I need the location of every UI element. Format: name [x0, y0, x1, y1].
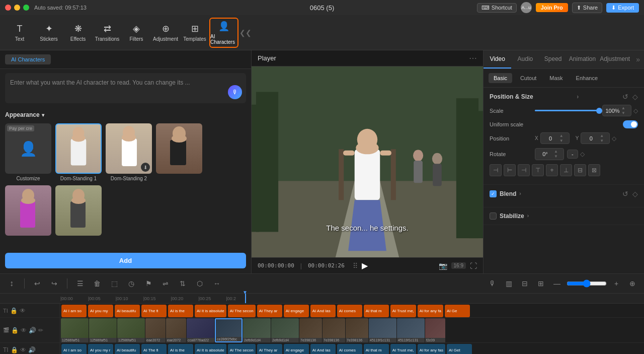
export-button[interactable]: ⬇ Export [606, 3, 639, 13]
video-thumb-11[interactable]: 7e398136 [323, 318, 345, 342]
video-thumb-2[interactable]: 12586faf51 [89, 318, 117, 342]
audio-item-7[interactable]: AI The secon [228, 344, 256, 354]
video-thumb-14[interactable]: 45119f1c131 [397, 318, 425, 342]
video-thumb-3[interactable]: 12586faf51 [117, 318, 145, 342]
zoom-out-icon[interactable]: — [550, 277, 564, 290]
audio-eye-icon2[interactable]: 👁 [20, 346, 26, 353]
timeline-zoom-slider[interactable] [567, 279, 607, 288]
track-item-text-10[interactable]: AI And las [310, 305, 336, 317]
timeline-cursor[interactable] [245, 294, 246, 303]
crop-tool[interactable]: ⬚ [108, 277, 121, 290]
character-item-dom1[interactable]: Dom-Standing 1 [55, 123, 102, 181]
track-item-text-5[interactable]: AI is the [168, 305, 193, 317]
audio-item-8[interactable]: AI They ar [257, 344, 282, 354]
scale-thumb[interactable] [596, 108, 602, 114]
avatar[interactable]: A...u [521, 2, 532, 13]
audio-item-9[interactable]: AI engage [284, 344, 309, 354]
flip-h-tool[interactable]: ⇌ [159, 277, 172, 290]
ai-mic-button[interactable]: 🎙 [228, 85, 242, 99]
scale-keyframe-icon[interactable]: ◇ [633, 107, 638, 114]
toolbar-expand-button[interactable]: ❮❮ [239, 29, 252, 37]
video-lock-icon[interactable]: 🔒 [11, 327, 19, 334]
track-item-text-11[interactable]: AI comes [337, 305, 362, 317]
toolbar-item-stickers[interactable]: ✦ Stickers [34, 18, 63, 48]
stabilize-checkbox[interactable] [490, 213, 497, 220]
blend-checkbox[interactable]: ✓ [490, 190, 497, 197]
position-size-title[interactable]: Position & Size [490, 93, 533, 100]
text-eye-icon[interactable]: 👁 [20, 307, 26, 314]
track-item-text-13[interactable]: AI Trust me, [390, 305, 416, 317]
transform-tool[interactable]: ⬡ [193, 277, 206, 290]
tab-video[interactable]: Video [484, 50, 511, 68]
redo-button[interactable]: ↪ [48, 277, 61, 290]
delete-tool[interactable]: 🗑 [91, 277, 104, 290]
align-right-icon[interactable]: ⊣ [518, 164, 530, 176]
scale-value-input[interactable]: ▲ ▼ [602, 105, 631, 116]
subtab-cutout[interactable]: Cutout [515, 73, 541, 83]
scale-down-icon[interactable]: ▼ [621, 111, 625, 116]
video-edit-icon[interactable]: ✏ [38, 327, 43, 334]
audio-item-5[interactable]: AI is the [168, 344, 193, 354]
audio-lock-icon[interactable]: 🔒 [11, 346, 18, 353]
audio-item-4[interactable]: AI The fi [141, 344, 167, 354]
fullscreen-icon[interactable]: ⛶ [470, 262, 477, 270]
video-thumb-9[interactable]: 2efb9d1d4 [271, 318, 299, 342]
tab-audio[interactable]: Audio [511, 50, 539, 68]
distribute-h-icon[interactable]: ⊟ [574, 164, 586, 176]
subtab-basic[interactable]: Basic [489, 73, 512, 83]
scale-input-field[interactable] [604, 108, 621, 114]
appearance-header[interactable]: Appearance ▾ [0, 107, 251, 120]
play-button[interactable]: ▶ [362, 261, 368, 270]
player-menu-icon[interactable]: ⋯ [469, 53, 477, 63]
track-item-text-12[interactable]: AI that m [364, 305, 389, 317]
audio-item-6[interactable]: AI It is absolute [195, 344, 226, 354]
video-thumb-10[interactable]: 7e398136 [299, 318, 322, 342]
x-down-icon[interactable]: ▼ [559, 138, 564, 144]
audio-item-11[interactable]: AI comes [337, 344, 362, 354]
track-item-text-4[interactable]: AI The fi [141, 305, 167, 317]
aspect-ratio-badge[interactable]: 16:9 [451, 262, 466, 269]
track-item-text-2[interactable]: AI you my [88, 305, 113, 317]
character-item-3[interactable] [156, 123, 202, 181]
video-thumb-13[interactable]: 45119f1c131 [369, 318, 396, 342]
join-pro-button[interactable]: Join Pro [536, 3, 568, 12]
split-tool[interactable]: ☰ [73, 277, 87, 290]
video-thumb-5[interactable]: eae2072 [166, 318, 186, 342]
toolbar-item-text[interactable]: T Text [5, 18, 34, 48]
position-y-field[interactable] [582, 135, 600, 141]
timeline-grid-icon[interactable]: ⠿ [353, 262, 358, 270]
right-panel-expand-icon[interactable]: » [632, 50, 644, 68]
align-bottom-icon[interactable]: ⊥ [560, 164, 572, 176]
audio-vol-icon[interactable]: 🔊 [28, 346, 36, 353]
toolbar-item-ai-characters[interactable]: 👤 AI Characters [209, 18, 238, 48]
character-item-5[interactable] [55, 185, 102, 238]
audio-item-15[interactable]: AI Get [447, 344, 472, 354]
character-item-4[interactable] [5, 185, 51, 238]
video-thumb-15[interactable]: f2c09 [425, 318, 445, 342]
audio-item-2[interactable]: AI you my r [88, 344, 113, 354]
toolbar-item-filters[interactable]: ◈ Filters [122, 18, 151, 48]
track-item-text-3[interactable]: AI beautifu [115, 305, 140, 317]
minimize-button[interactable] [14, 5, 20, 11]
toolbar-item-templates[interactable]: ⊞ Templates [180, 18, 209, 48]
scale-slider[interactable] [535, 107, 599, 114]
text-lock-icon[interactable]: 🔒 [10, 307, 18, 314]
audio-item-12[interactable]: AI that m [364, 344, 389, 354]
share-button[interactable]: ⬆ Share [572, 3, 602, 13]
zoom-in-icon[interactable]: + [610, 277, 623, 290]
unlink-tracks-icon[interactable]: ⊞ [534, 277, 547, 290]
toolbar-item-transitions[interactable]: ⇄ Transitions [93, 18, 122, 48]
stabilize-row[interactable]: Stabilize › [490, 213, 638, 220]
subtab-mask[interactable]: Mask [544, 73, 568, 83]
audio-item-3[interactable]: AI beautifu [115, 344, 140, 354]
reset-icon[interactable]: ↺ [622, 93, 628, 101]
x-up-icon[interactable]: ▲ [559, 133, 564, 138]
tab-speed[interactable]: Speed [539, 50, 567, 68]
distribute-v-icon[interactable]: ⊠ [588, 164, 600, 176]
select-tool[interactable]: ↕ [5, 277, 18, 290]
video-thumb-1[interactable]: 12586faf51 [61, 318, 89, 342]
add-button[interactable]: Add [5, 253, 246, 268]
close-button[interactable] [5, 5, 11, 11]
blend-row[interactable]: ✓ Blend › [490, 190, 521, 197]
subtab-enhance[interactable]: Enhance [571, 73, 603, 83]
